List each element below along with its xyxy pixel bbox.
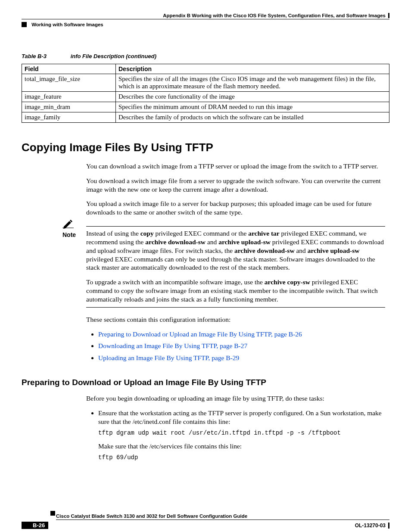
xref-link[interactable]: Downloading an Image File By Using TFTP,…: [98, 342, 247, 349]
link-list: Preparing to Download or Upload an Image…: [86, 330, 385, 362]
cell-field: image_min_dram: [22, 102, 116, 112]
code-line: tftp 69/udp: [98, 454, 385, 462]
doc-number: OL-13270-03: [355, 523, 389, 529]
cell-desc: Specifies the size of all the images (th…: [116, 74, 389, 92]
table-row: image_family Describes the family of pro…: [22, 112, 389, 123]
note-text: Instead of using the copy privileged EXE…: [86, 226, 385, 308]
page-number-badge: B-26: [22, 522, 48, 529]
paragraph: You download a switch image file from a …: [86, 177, 385, 194]
th-desc: Description: [116, 64, 389, 74]
pencil-icon: [62, 219, 74, 231]
step-text: Ensure that the workstation acting as th…: [98, 409, 382, 425]
task-list: Ensure that the workstation acting as th…: [86, 409, 385, 462]
cell-desc: Describes the family of products on whic…: [116, 112, 389, 123]
xref-link[interactable]: Preparing to Download or Upload an Image…: [98, 330, 302, 338]
list-item: Ensure that the workstation acting as th…: [98, 409, 385, 462]
info-file-table: Field Description total_image_file_size …: [22, 64, 389, 123]
table-number: Table B-3: [22, 53, 69, 59]
cell-field: total_image_file_size: [22, 74, 116, 92]
xref-link[interactable]: Uploading an Image File By Using TFTP, p…: [98, 354, 239, 361]
code-line: tftp dgram udp wait root /usr/etc/in.tft…: [98, 429, 385, 437]
paragraph: You can download a switch image from a T…: [86, 162, 385, 171]
footer-title: Cisco Catalyst Blade Switch 3130 and 303…: [56, 513, 389, 520]
paragraph: These sections contain this configuratio…: [86, 315, 385, 324]
note-paragraph: Instead of using the copy privileged EXE…: [86, 229, 385, 272]
header-appendix-text: Appendix B Working with the Cisco IOS Fi…: [163, 13, 389, 18]
heading-copying-image-files: Copying Image Files By Using TFTP: [22, 141, 389, 154]
th-field: Field: [22, 64, 116, 74]
cell-field: image_family: [22, 112, 116, 123]
header-section-text: Working with Software Images: [31, 22, 103, 27]
list-item: Downloading an Image File By Using TFTP,…: [98, 342, 385, 350]
decor-square-icon: [50, 511, 55, 516]
paragraph: Before you begin downloading or uploadin…: [86, 394, 385, 403]
table-row: image_feature Describes the core functio…: [22, 92, 389, 102]
page-header: Appendix B Working with the Cisco IOS Fi…: [22, 13, 389, 19]
note-label: Note: [62, 231, 76, 238]
header-section: Working with Software Images: [22, 22, 389, 27]
step-text: Make sure that the /etc/services file co…: [98, 442, 242, 450]
paragraph: You upload a switch image file to a serv…: [86, 199, 385, 217]
list-item: Uploading an Image File By Using TFTP, p…: [98, 354, 385, 362]
table-caption: Table B-3 info File Description (continu…: [22, 53, 389, 59]
cell-field: image_feature: [22, 92, 116, 102]
table-row: total_image_file_size Specifies the size…: [22, 74, 389, 92]
note-paragraph: To upgrade a switch with an incompatible…: [86, 278, 385, 303]
page-footer: Cisco Catalyst Blade Switch 3130 and 303…: [22, 513, 389, 529]
table-row: image_min_dram Specifies the minimum amo…: [22, 102, 389, 112]
table-title: info File Description (continued): [71, 53, 156, 59]
cell-desc: Describes the core functionality of the …: [116, 92, 389, 102]
cell-desc: Specifies the minimum amount of DRAM nee…: [116, 102, 389, 112]
list-item: Preparing to Download or Upload an Image…: [98, 330, 385, 339]
heading-preparing-tftp: Preparing to Download or Upload an Image…: [22, 378, 389, 387]
note-block: Note Instead of using the copy privilege…: [62, 223, 385, 308]
